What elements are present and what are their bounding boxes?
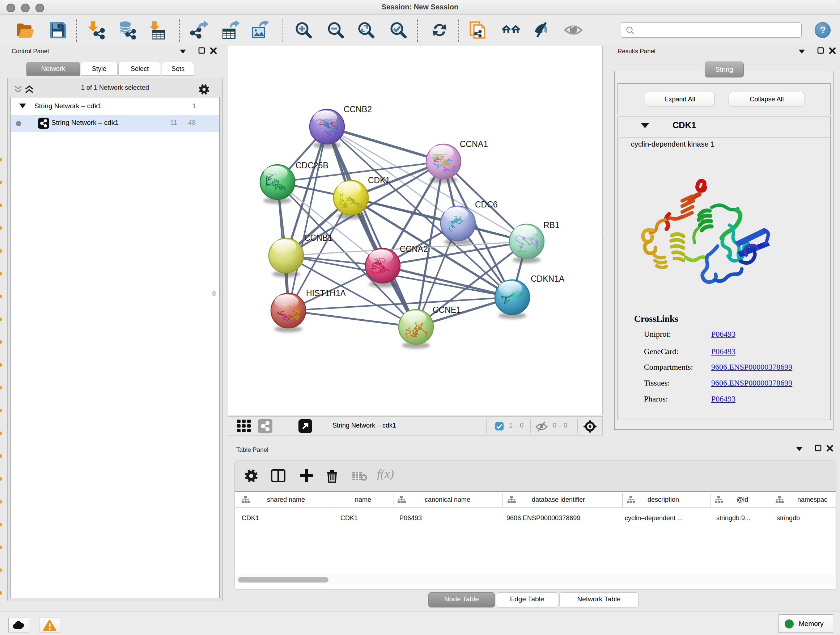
svg-text:CDC6: CDC6 [475,200,498,209]
svg-text:CCNB2: CCNB2 [344,105,372,114]
svg-text:RB1: RB1 [543,220,560,230]
svg-text:CCNA2: CCNA2 [400,244,428,254]
svg-text:CDK1: CDK1 [368,176,390,185]
svg-text:CCNB1: CCNB1 [304,233,332,242]
svg-text:CCNE1: CCNE1 [433,305,461,315]
svg-text:CCNA1: CCNA1 [460,139,488,149]
svg-text:CDC25B: CDC25B [295,161,328,170]
svg-text:HIST1H1A: HIST1H1A [306,288,346,298]
svg-text:CDKN1A: CDKN1A [531,274,565,283]
